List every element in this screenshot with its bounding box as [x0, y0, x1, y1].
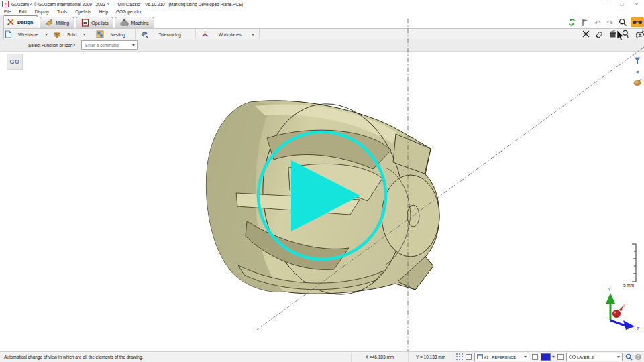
- workplane-window-icon: [477, 354, 483, 360]
- axis-x-label: X: [623, 304, 626, 308]
- scale-label: 5 mm: [623, 283, 634, 288]
- layer-checkbox[interactable]: [557, 354, 564, 360]
- reference-value: #1 : REFERENCE: [484, 355, 516, 359]
- status-message: Automatical change of view in which are …: [0, 355, 351, 359]
- grid-icon[interactable]: [456, 353, 463, 361]
- model-part[interactable]: [206, 93, 439, 304]
- color-picker[interactable]: [541, 353, 555, 361]
- help-icon[interactable]: ?: [635, 354, 641, 360]
- layer-value: LAYER :3: [577, 355, 594, 359]
- axis-x-sphere: [613, 310, 621, 318]
- statusbar-controls: #1 : REFERENCE LAYER :3 ?: [453, 352, 644, 362]
- reference-checkbox[interactable]: [466, 354, 472, 360]
- coordinate-y-readout: Y = 10.138 mm: [408, 352, 453, 362]
- color-checkbox[interactable]: [532, 354, 538, 360]
- eye-icon: [569, 355, 576, 360]
- viewport-canvas[interactable]: 5 mm Y Z X: [0, 0, 644, 362]
- layer-select[interactable]: LAYER :3: [566, 353, 623, 361]
- chevron-down-icon[interactable]: [524, 356, 527, 358]
- reference-select[interactable]: #1 : REFERENCE: [474, 353, 529, 361]
- status-bar: Automatical change of view in which are …: [0, 351, 644, 362]
- chevron-down-icon[interactable]: [617, 356, 620, 358]
- chevron-down-icon[interactable]: [552, 356, 555, 358]
- axis-y-label: Y: [608, 287, 611, 292]
- go2cam-window: 5 mm Y Z X 2 GO2cam < © GO2cam Internat: [0, 0, 644, 362]
- axis-triad: Y Z X: [606, 287, 640, 331]
- axis-z-arrow: [623, 320, 635, 330]
- scale-ruler: [632, 244, 636, 282]
- coordinate-x-readout: X =46.183 mm: [351, 352, 408, 362]
- current-color-swatch[interactable]: [541, 353, 551, 361]
- zoom-layer-icon[interactable]: [625, 353, 633, 361]
- axis-z-label: Z: [637, 326, 640, 331]
- axis-y-arrow: [606, 293, 615, 304]
